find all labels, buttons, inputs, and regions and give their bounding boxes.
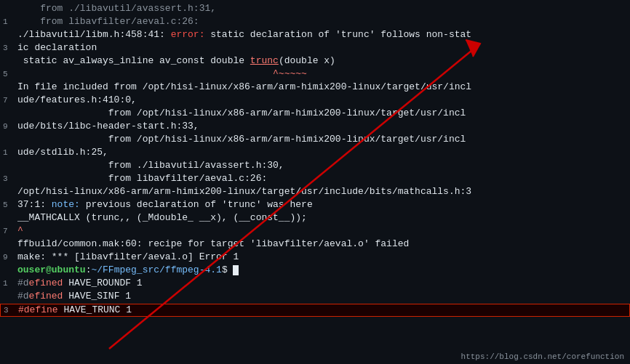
line-text-13: from ./libavutil/avassert.h:30, (17, 160, 627, 171)
line-text-11: from /opt/hisi-linux/x86-arm/arm-himix20… (17, 134, 627, 145)
line-text-12: ude/stdlib.h:25, (17, 147, 627, 158)
url-label: https://blog.csdn.net/corefunction (461, 352, 624, 361)
terminal-line-24: 3 #define HAVE_TRUNC 1 (0, 304, 630, 317)
line-text-18: ^ (17, 225, 627, 236)
line-text-6: ^~~~~~ (17, 68, 627, 79)
terminal-line-10: 9 ude/bits/libc-header-start.h:33, (0, 121, 630, 134)
line-text-15: /opt/hisi-linux/x86-arm/arm-himix200-lin… (17, 186, 627, 197)
terminal-line-19: ffbuild/common.mak:60: recipe for target… (0, 238, 630, 251)
line-text-5: static av_always_inline av_const double … (17, 55, 627, 66)
line-gutter-14: 3 (3, 174, 16, 183)
line-gutter-10: 9 (3, 122, 16, 131)
terminal-line-13: from ./libavutil/avassert.h:30, (0, 160, 630, 173)
terminal-line-22: 1 #defined HAVE_ROUNDF 1 (0, 278, 630, 291)
line-text-10: ude/bits/libc-header-start.h:33, (17, 121, 627, 132)
line-gutter-16: 5 (3, 201, 16, 209)
line-text-4: ic declaration (17, 42, 627, 53)
line-text-20: make: *** [libavfilter/aeval.o] Error 1 (17, 251, 627, 262)
line-text-19: ffbuild/common.mak:60: recipe for target… (17, 238, 627, 249)
line-text-9: from /opt/hisi-linux/x86-arm/arm-himix20… (17, 108, 627, 118)
line-text-2: from libavfilter/aeval.c:26: (17, 16, 627, 27)
line-text-16: 37:1: note: previous declaration of 'tru… (17, 199, 627, 210)
line-text-23: #defined HAVE_SINF 1 (17, 291, 627, 302)
line-gutter-12: 1 (3, 148, 16, 157)
line-gutter-24: 3 (4, 306, 17, 315)
terminal-window: from ./libavutil/avassert.h:31, 1 from l… (0, 0, 630, 364)
line-text-24: #define HAVE_TRUNC 1 (18, 304, 626, 315)
terminal-line-17: __MATHCALLX (trunc,, (_Mdouble_ __x), (_… (0, 212, 630, 225)
line-text-22: #defined HAVE_ROUNDF 1 (17, 278, 627, 288)
terminal-line-3: ./libavutil/libm.h:458:41: error: static… (0, 29, 630, 42)
terminal-line-16: 5 37:1: note: previous declaration of 't… (0, 199, 630, 212)
terminal-line-2: 1 from libavfilter/aeval.c:26: (0, 16, 630, 29)
terminal-line-1: from ./libavutil/avassert.h:31, (0, 3, 630, 16)
terminal-line-11: from /opt/hisi-linux/x86-arm/arm-himix20… (0, 134, 630, 147)
terminal-line-20: 9 make: *** [libavfilter/aeval.o] Error … (0, 251, 630, 264)
line-gutter-20: 9 (3, 253, 16, 262)
line-gutter-2: 1 (3, 17, 16, 26)
terminal-line-4: 3 ic declaration (0, 42, 630, 55)
line-text-21: ouser@ubuntu:~/FFmpeg_src/ffmpeg-4.1$ (17, 264, 627, 275)
line-text-7: In file included from /opt/hisi-linux/x8… (17, 81, 627, 92)
line-text-3: ./libavutil/libm.h:458:41: error: static… (17, 29, 627, 40)
line-text-17: __MATHCALLX (trunc,, (_Mdouble_ __x), (_… (17, 212, 627, 223)
line-text-8: ude/features.h:410:0, (17, 94, 627, 105)
terminal-line-6: 5 ^~~~~~ (0, 68, 630, 81)
terminal-line-14: 3 from libavfilter/aeval.c:26: (0, 173, 630, 186)
line-gutter-6: 5 (3, 70, 16, 78)
terminal-line-12: 1 ude/stdlib.h:25, (0, 147, 630, 160)
terminal-line-5: static av_always_inline av_const double … (0, 55, 630, 68)
line-text-14: from libavfilter/aeval.c:26: (17, 173, 627, 184)
line-gutter-4: 3 (3, 44, 16, 52)
terminal-line-18: 7 ^ (0, 225, 630, 238)
line-gutter-18: 7 (3, 227, 16, 235)
line-gutter-8: 7 (3, 96, 16, 105)
terminal-line-21: ouser@ubuntu:~/FFmpeg_src/ffmpeg-4.1$ (0, 264, 630, 278)
line-text-1: from ./libavutil/avassert.h:31, (17, 3, 627, 14)
terminal-line-15: /opt/hisi-linux/x86-arm/arm-himix200-lin… (0, 186, 630, 199)
terminal-line-23: #defined HAVE_SINF 1 (0, 291, 630, 304)
terminal-line-7: In file included from /opt/hisi-linux/x8… (0, 81, 630, 94)
terminal-line-8: 7 ude/features.h:410:0, (0, 94, 630, 108)
line-gutter-22: 1 (3, 279, 16, 288)
terminal-line-9: from /opt/hisi-linux/x86-arm/arm-himix20… (0, 108, 630, 121)
